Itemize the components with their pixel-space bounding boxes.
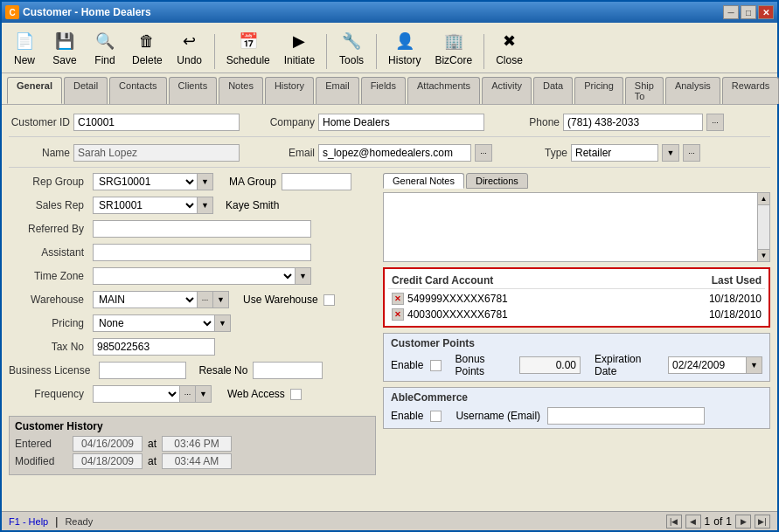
- sales-rep-select-group: SR10001 ▼: [93, 197, 213, 214]
- rep-group-button[interactable]: ▼: [198, 173, 213, 190]
- ma-group-label: MA Group: [229, 176, 276, 188]
- email-group: Email ···: [254, 144, 492, 162]
- tab-notes[interactable]: Notes: [219, 77, 263, 104]
- delete-card-1-button[interactable]: ✕: [392, 293, 404, 305]
- schedule-button[interactable]: 📅 Schedule: [222, 26, 275, 69]
- find-button[interactable]: 🔍 Find: [87, 26, 122, 69]
- tab-contacts[interactable]: Contacts: [109, 77, 166, 104]
- sales-rep-label: Sales Rep: [9, 199, 87, 211]
- ac-username-input[interactable]: [547, 407, 705, 425]
- tab-detail[interactable]: Detail: [64, 77, 108, 104]
- warehouse-dropdown-button[interactable]: ▼: [213, 291, 229, 308]
- scrollbar-track: [758, 205, 769, 249]
- notes-textarea[interactable]: ▲ ▼: [383, 192, 770, 262]
- schedule-icon: 📅: [235, 29, 261, 53]
- tab-fields[interactable]: Fields: [361, 77, 406, 104]
- time-zone-button[interactable]: ▼: [296, 267, 311, 285]
- undo-button[interactable]: ↩ Undo: [172, 26, 207, 69]
- tab-rewards[interactable]: Rewards: [722, 77, 779, 104]
- history-button[interactable]: 👤 History: [384, 26, 425, 69]
- warehouse-select[interactable]: MAIN: [93, 291, 198, 308]
- expiration-date-group: ▼: [668, 356, 762, 374]
- window-title: Customer - Home Dealers: [23, 6, 151, 18]
- ac-enable-checkbox[interactable]: [430, 411, 442, 422]
- find-label: Find: [94, 54, 115, 66]
- type-dropdown-button[interactable]: ▼: [662, 144, 679, 162]
- use-warehouse-checkbox[interactable]: [323, 294, 335, 306]
- first-page-button[interactable]: |◀: [666, 515, 682, 529]
- frequency-ellipsis-button[interactable]: ···: [180, 385, 196, 403]
- expiration-date-button[interactable]: ▼: [747, 356, 762, 374]
- sales-rep-name: Kaye Smith: [226, 199, 279, 211]
- delete-card-2-button[interactable]: ✕: [392, 308, 404, 321]
- delete-button[interactable]: 🗑 Delete: [128, 26, 167, 69]
- referred-by-input[interactable]: [93, 220, 311, 238]
- minimize-button[interactable]: ─: [723, 5, 739, 19]
- bizcore-button[interactable]: 🏢 BizCore: [430, 26, 476, 69]
- expiration-date-input[interactable]: [668, 356, 747, 374]
- initiate-button[interactable]: ▶ Initiate: [280, 26, 319, 69]
- modified-row: Modified at: [15, 453, 370, 469]
- name-input[interactable]: [73, 144, 240, 162]
- tab-email[interactable]: Email: [316, 77, 359, 104]
- business-license-input[interactable]: [99, 362, 186, 379]
- warehouse-ellipsis-button[interactable]: ···: [198, 291, 213, 308]
- points-enable-checkbox[interactable]: [430, 360, 441, 371]
- next-page-button[interactable]: ▶: [735, 515, 751, 529]
- time-zone-row: Time Zone ▼: [9, 267, 376, 285]
- tab-history[interactable]: History: [265, 77, 314, 104]
- tab-activity[interactable]: Activity: [482, 77, 532, 104]
- type-button[interactable]: ···: [683, 144, 700, 162]
- directions-tab[interactable]: Directions: [466, 173, 528, 189]
- email-button[interactable]: ···: [475, 144, 492, 162]
- card-date-2: 10/18/2010: [692, 308, 762, 321]
- credit-card-row-1: ✕ 549999XXXXXX6781 10/18/2010: [388, 291, 765, 307]
- pricing-select[interactable]: None: [93, 314, 215, 332]
- tab-pricing[interactable]: Pricing: [574, 77, 623, 104]
- tools-button[interactable]: 🔧 Tools: [334, 26, 369, 69]
- customer-id-input[interactable]: [73, 114, 240, 131]
- ma-group-input[interactable]: [282, 173, 351, 190]
- resale-no-input[interactable]: [253, 362, 323, 379]
- rep-group-select[interactable]: SRG10001: [93, 173, 198, 190]
- new-button[interactable]: 📄 New: [7, 26, 42, 69]
- bonus-points-label: Bonus Points: [456, 353, 512, 377]
- maximize-button[interactable]: □: [741, 5, 756, 19]
- general-notes-tab[interactable]: General Notes: [383, 173, 464, 189]
- phone-input[interactable]: [563, 114, 703, 131]
- tab-general[interactable]: General: [7, 77, 62, 104]
- time-zone-select[interactable]: [93, 267, 296, 285]
- sales-rep-button[interactable]: ▼: [198, 197, 213, 214]
- type-group: Type ▼ ···: [506, 144, 700, 162]
- tab-analysis[interactable]: Analysis: [665, 77, 720, 104]
- notes-tabs: General Notes Directions: [383, 173, 770, 189]
- tab-clients[interactable]: Clients: [169, 77, 218, 104]
- phone-button[interactable]: ···: [706, 114, 724, 131]
- web-access-checkbox[interactable]: [290, 389, 302, 400]
- frequency-select[interactable]: [93, 385, 180, 403]
- scrollbar-down-button[interactable]: ▼: [758, 249, 769, 261]
- close-button[interactable]: ✖ Close: [491, 26, 527, 69]
- sales-rep-select[interactable]: SR10001: [93, 197, 198, 214]
- frequency-dropdown-button[interactable]: ▼: [196, 385, 212, 403]
- last-page-button[interactable]: ▶|: [755, 515, 770, 529]
- assistant-input[interactable]: [93, 244, 311, 261]
- tax-no-input[interactable]: [93, 338, 215, 356]
- company-input[interactable]: [318, 114, 484, 131]
- business-license-row: Business License Resale No: [9, 362, 376, 379]
- tab-attachments[interactable]: Attachments: [407, 77, 480, 104]
- email-input[interactable]: [318, 144, 471, 162]
- scrollbar-up-button[interactable]: ▲: [758, 193, 769, 205]
- total-pages: 1: [726, 515, 732, 528]
- tab-data[interactable]: Data: [533, 77, 573, 104]
- tab-ship-to[interactable]: Ship To: [625, 77, 664, 104]
- separator-3: [376, 34, 377, 69]
- bonus-points-input[interactable]: [519, 356, 581, 374]
- help-link[interactable]: F1 - Help: [9, 516, 48, 527]
- close-window-button[interactable]: ✕: [758, 5, 774, 19]
- save-button[interactable]: 💾 Save: [47, 26, 82, 69]
- business-license-label: Business License: [9, 364, 94, 377]
- prev-page-button[interactable]: ◀: [685, 515, 701, 529]
- type-input[interactable]: [571, 144, 658, 162]
- pricing-dropdown-button[interactable]: ▼: [215, 314, 231, 332]
